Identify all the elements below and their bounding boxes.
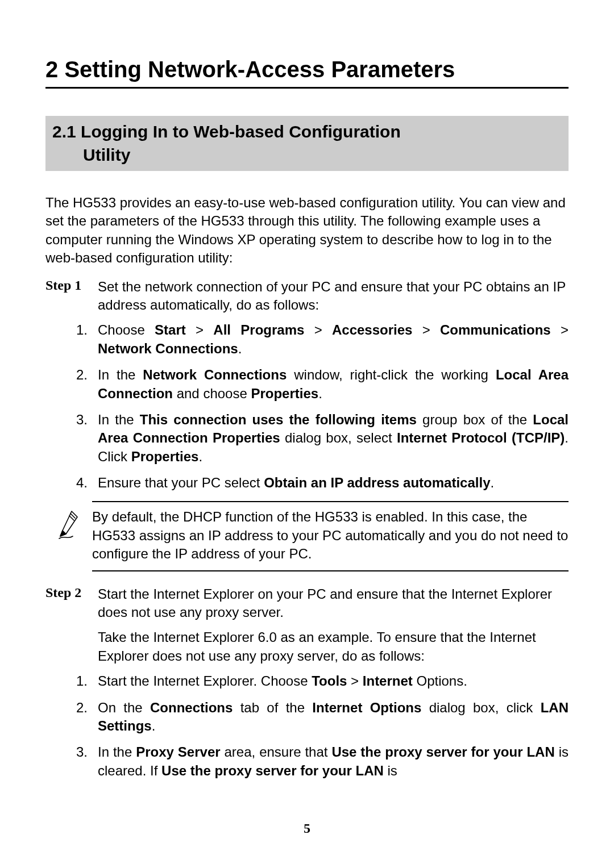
list-item-number: 2.: [76, 366, 98, 403]
list-item: 1.Choose Start > All Programs > Accessor…: [76, 321, 569, 358]
note-text: By default, the DHCP function of the HG5…: [92, 501, 569, 571]
chapter-number: 2: [45, 57, 58, 82]
list-item-text: Choose Start > All Programs > Accessorie…: [98, 321, 569, 358]
list-item-text: Start the Internet Explorer. Choose Tool…: [98, 672, 569, 690]
chapter-title: 2 Setting Network-Access Parameters: [45, 57, 569, 89]
list-item: 3.In the This connection uses the follow…: [76, 411, 569, 466]
list-item: 2.On the Connections tab of the Internet…: [76, 699, 569, 736]
list-item-number: 2.: [76, 699, 98, 736]
intro-paragraph: The HG533 provides an easy-to-use web-ba…: [45, 194, 569, 268]
list-item-text: In the Network Connections window, right…: [98, 366, 569, 403]
step-2-substeps: 1.Start the Internet Explorer. Choose To…: [76, 672, 569, 780]
list-item-number: 3.: [76, 411, 98, 466]
section-title: 2.1 Logging In to Web-based Configuratio…: [45, 116, 569, 171]
step-2-text-p1: Start the Internet Explorer on your PC a…: [98, 585, 569, 622]
step-1: Step 1 Set the network connection of you…: [45, 278, 569, 315]
list-item: 4.Ensure that your PC select Obtain an I…: [76, 474, 569, 492]
chapter-title-text: Setting Network-Access Parameters: [64, 57, 455, 82]
list-item-number: 1.: [76, 672, 98, 690]
list-item-number: 1.: [76, 321, 98, 358]
section-title-line1: Logging In to Web-based Configuration: [81, 122, 401, 141]
step-2-text: Start the Internet Explorer on your PC a…: [98, 585, 569, 666]
note-pen-icon: [58, 501, 92, 543]
list-item: 3.In the Proxy Server area, ensure that …: [76, 743, 569, 780]
step-1-text: Set the network connection of your PC an…: [98, 278, 569, 315]
list-item: 2.In the Network Connections window, rig…: [76, 366, 569, 403]
list-item-text: On the Connections tab of the Internet O…: [98, 699, 569, 736]
note-block: By default, the DHCP function of the HG5…: [58, 501, 569, 571]
step-1-label: Step 1: [45, 278, 98, 315]
page-number: 5: [0, 821, 614, 836]
step-2-label: Step 2: [45, 585, 98, 666]
list-item: 1.Start the Internet Explorer. Choose To…: [76, 672, 569, 690]
section-title-line2: Utility: [52, 144, 562, 167]
list-item-number: 4.: [76, 474, 98, 492]
step-2-text-p2: Take the Internet Explorer 6.0 as an exa…: [98, 628, 569, 665]
list-item-text: In the Proxy Server area, ensure that Us…: [98, 743, 569, 780]
step-1-substeps: 1.Choose Start > All Programs > Accessor…: [76, 321, 569, 492]
list-item-text: Ensure that your PC select Obtain an IP …: [98, 474, 569, 492]
step-2: Step 2 Start the Internet Explorer on yo…: [45, 585, 569, 666]
section-number: 2.1: [52, 122, 76, 141]
list-item-text: In the This connection uses the followin…: [98, 411, 569, 466]
list-item-number: 3.: [76, 743, 98, 780]
